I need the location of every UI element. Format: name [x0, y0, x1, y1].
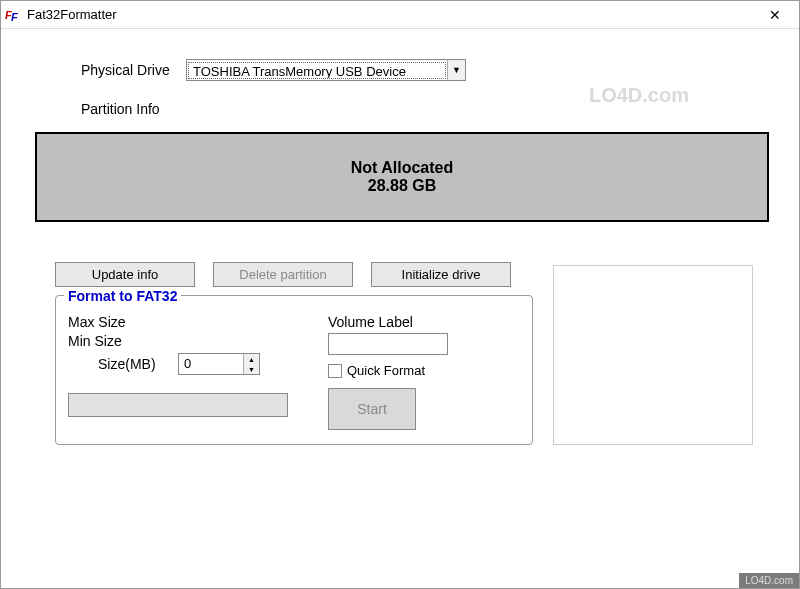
partition-size: 28.88 GB	[368, 177, 436, 195]
close-button[interactable]: ✕	[755, 2, 795, 28]
chevron-down-icon: ▼	[447, 60, 465, 80]
format-panel-title: Format to FAT32	[64, 288, 181, 304]
start-button: Start	[328, 388, 416, 430]
min-size-label: Min Size	[68, 333, 328, 349]
dropdown-selected: TOSHIBA TransMemory USB Device	[188, 62, 446, 79]
titlebar: F F Fat32Formatter ✕	[1, 1, 799, 29]
svg-text:F: F	[11, 11, 18, 23]
physical-drive-label: Physical Drive	[81, 62, 186, 78]
size-spinner[interactable]: 0 ▲ ▼	[178, 353, 260, 375]
bottom-container: Format to FAT32 Max Size Min Size Size(M…	[55, 295, 769, 445]
quick-format-label: Quick Format	[347, 363, 425, 378]
watermark-bottom: LO4D.com	[739, 573, 799, 588]
quick-format-checkbox[interactable]	[328, 364, 342, 378]
update-info-button[interactable]: Update info	[55, 262, 195, 287]
max-size-label: Max Size	[68, 314, 328, 330]
close-icon: ✕	[769, 7, 781, 23]
delete-partition-button: Delete partition	[213, 262, 353, 287]
partition-status: Not Allocated	[351, 159, 454, 177]
content-area: LO4D.com Physical Drive TOSHIBA TransMem…	[1, 29, 799, 588]
app-icon: F F	[5, 7, 21, 23]
app-window: F F Fat32Formatter ✕ LO4D.com Physical D…	[0, 0, 800, 589]
size-mb-label: Size(MB)	[98, 356, 178, 372]
initialize-drive-button[interactable]: Initialize drive	[371, 262, 511, 287]
volume-label-input[interactable]	[328, 333, 448, 355]
drive-row: Physical Drive TOSHIBA TransMemory USB D…	[81, 59, 769, 81]
spinner-up-icon[interactable]: ▲	[244, 354, 259, 364]
side-panel	[553, 265, 753, 445]
progress-bar	[68, 393, 288, 417]
format-panel: Format to FAT32 Max Size Min Size Size(M…	[55, 295, 533, 445]
volume-label-label: Volume Label	[328, 314, 520, 330]
size-value: 0	[179, 354, 243, 374]
spinner-down-icon[interactable]: ▼	[244, 364, 259, 374]
window-title: Fat32Formatter	[27, 7, 755, 22]
partition-display[interactable]: Not Allocated 28.88 GB	[35, 132, 769, 222]
partition-info-label: Partition Info	[81, 101, 769, 117]
physical-drive-dropdown[interactable]: TOSHIBA TransMemory USB Device ▼	[186, 59, 466, 81]
